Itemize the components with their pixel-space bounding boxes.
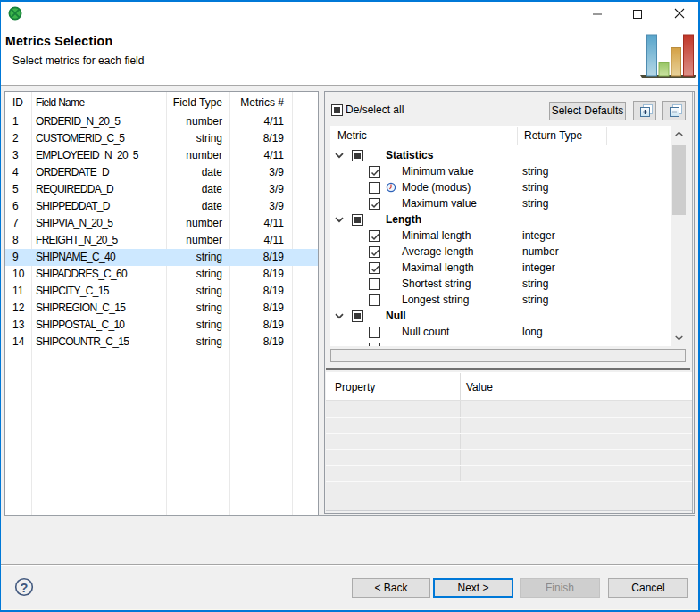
svg-text:?: ? [21, 581, 29, 595]
